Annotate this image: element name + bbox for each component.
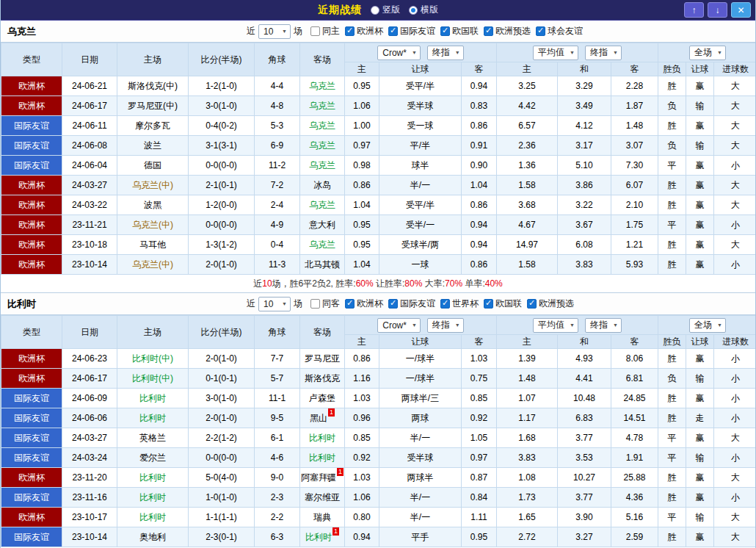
euro-time-select[interactable]: 终指▼ [585, 318, 622, 333]
euro-average-select[interactable]: 平均值▼ [533, 46, 578, 60]
col-asia-handicap: 让球 [379, 62, 462, 76]
results-table: 类型 日期 主场 比分(半场) 角球 客场 Crow*▼ 终指▼ [1, 43, 756, 275]
col-away: 客场 [300, 316, 345, 349]
corner-cell: 11-2 [255, 156, 300, 176]
corner-cell: 9-0 [255, 468, 300, 488]
asia-away-odds-cell: 0.84 [462, 488, 497, 508]
home-team-cell: 比利时 [117, 389, 189, 408]
corner-cell: 0-4 [255, 235, 300, 255]
match-count-select[interactable]: 10▼ [258, 24, 291, 39]
away-team-cell: 乌克兰 [300, 235, 345, 255]
checkbox-checked-icon[interactable] [484, 299, 493, 309]
checkbox-checked-icon[interactable] [536, 26, 545, 36]
filter-checkbox-item[interactable]: 欧国联 [484, 298, 522, 310]
checkbox-checked-icon[interactable] [388, 26, 398, 36]
filter-checkbox-item[interactable]: 欧洲杯 [345, 25, 383, 37]
euro-odds-header: 平均值▼ 终指▼ [497, 316, 658, 335]
asia-away-odds-cell: 0.75 [462, 369, 497, 389]
col-score: 比分(半场) [189, 43, 255, 76]
result-cell: 平 [658, 428, 686, 448]
col-euro-away: 客 [611, 335, 658, 349]
home-team-name: 比利时(中) [132, 353, 173, 364]
asia-home-odds-cell: 0.95 [345, 76, 379, 96]
checkbox-checked-icon[interactable] [527, 299, 537, 309]
match-count-select[interactable]: 10▼ [258, 297, 291, 311]
radio-unselected-icon[interactable] [371, 6, 379, 15]
asia-home-odds-cell: 0.96 [345, 408, 379, 428]
close-button[interactable]: ✕ [731, 2, 751, 18]
odds-time-select[interactable]: 终指▼ [427, 46, 464, 60]
asia-handicap-cell: 平手 [379, 527, 462, 547]
asia-handicap-cell: 受平/半 [379, 195, 462, 215]
asia-handicap-cell: 受平/半 [379, 76, 462, 96]
away-team-name: 阿塞拜疆 [301, 472, 336, 483]
asia-handicap-cell: 受球半/两 [379, 235, 462, 255]
result-cell: 平 [658, 156, 686, 176]
corner-cell: 7-2 [255, 176, 300, 195]
filter-checkbox-item[interactable]: 欧洲预选 [527, 298, 574, 310]
filter-label: 欧国联 [495, 298, 522, 310]
near-label: 近 [247, 25, 255, 37]
competition-type-cell: 欧洲杯 [1, 96, 62, 116]
odds-company-value: Crow* [382, 320, 407, 331]
summary-segment: 大率: [422, 278, 445, 289]
odds-company-select[interactable]: Crow*▼ [377, 318, 421, 333]
checkbox-checked-icon[interactable] [484, 26, 493, 36]
euro-average-select[interactable]: 平均值▼ [533, 318, 578, 333]
competition-type-cell: 欧洲杯 [1, 369, 62, 389]
odds-time-select[interactable]: 终指▼ [427, 318, 464, 333]
away-team-name: 塞尔维亚 [305, 492, 340, 502]
result-cell: 负 [658, 136, 686, 156]
filter-checkbox-item[interactable]: 同主 [310, 25, 340, 37]
euro-home-odds-cell: 1.58 [497, 176, 558, 195]
layout-radio-vertical[interactable]: 竖版 [371, 4, 400, 16]
checkbox-checked-icon[interactable] [440, 299, 450, 309]
asia-away-odds-cell: 1.04 [462, 176, 497, 195]
competition-type-cell: 欧洲杯 [1, 508, 62, 527]
checkbox-checked-icon[interactable] [440, 26, 450, 36]
euro-time-select[interactable]: 终指▼ [585, 46, 622, 60]
asia-away-odds-cell: 0.92 [462, 408, 497, 428]
filter-checkbox-item[interactable]: 欧洲杯 [345, 298, 383, 310]
scroll-down-button[interactable]: ↓ [708, 2, 727, 18]
filter-checkbox-item[interactable]: 世界杯 [440, 298, 479, 310]
score-cell: 0-0(0-0) [189, 448, 255, 468]
match-date-cell: 24-03-24 [62, 448, 117, 468]
col-result: 胜负 [658, 62, 686, 76]
checkbox-unchecked-icon[interactable] [310, 26, 320, 36]
checkbox-checked-icon[interactable] [345, 26, 355, 36]
col-handicap-result: 让球 [686, 62, 714, 76]
filter-checkbox-item[interactable]: 国际友谊 [388, 298, 435, 310]
competition-type-cell: 国际友谊 [1, 488, 62, 508]
match-date-cell: 23-10-14 [62, 527, 117, 547]
checkbox-checked-icon[interactable] [388, 299, 398, 309]
euro-away-odds-cell: 24.85 [611, 389, 658, 408]
radio-selected-icon[interactable] [409, 6, 418, 15]
handicap-result-cell: 赢 [686, 428, 714, 448]
scope-select[interactable]: 全场▼ [689, 46, 726, 60]
scroll-up-button[interactable]: ↑ [684, 2, 704, 18]
competition-type-cell: 国际友谊 [1, 116, 62, 136]
summary-segment: 让胜率: [374, 278, 405, 289]
chevron-down-icon: ▼ [613, 50, 618, 55]
filter-checkbox-item[interactable]: 欧国联 [440, 25, 479, 37]
filter-checkbox-item[interactable]: 同客 [310, 298, 340, 310]
filter-checkbox-item[interactable]: 国际友谊 [388, 25, 435, 37]
goals-result-cell: 大 [714, 176, 756, 195]
filter-checkbox-item[interactable]: 欧洲预选 [484, 25, 531, 37]
away-team-name: 卢森堡 [309, 393, 335, 403]
away-team-name: 乌克兰 [309, 101, 335, 111]
checkbox-unchecked-icon[interactable] [310, 299, 320, 309]
euro-draw-odds-cell: 3.27 [558, 527, 611, 547]
odds-company-select[interactable]: Crow*▼ [377, 46, 421, 60]
checkbox-checked-icon[interactable] [345, 299, 355, 309]
layout-radio-horizontal[interactable]: 横版 [409, 4, 438, 16]
asia-odds-header: Crow*▼ 终指▼ [345, 43, 497, 62]
filter-checkbox-item[interactable]: 球会友谊 [536, 25, 583, 37]
euro-away-odds-cell: 1.75 [611, 215, 658, 235]
home-team-cell: 比利时(中) [117, 369, 189, 389]
euro-draw-odds-cell: 3.90 [558, 508, 611, 527]
home-team-name: 比利时 [139, 413, 166, 423]
competition-type-cell: 欧洲杯 [1, 176, 62, 195]
scope-select[interactable]: 全场▼ [689, 318, 726, 333]
